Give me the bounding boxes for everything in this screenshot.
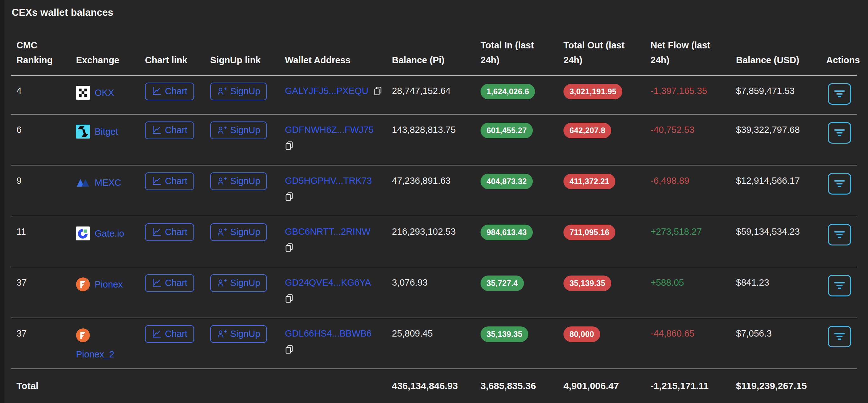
- chart-button[interactable]: Chart: [145, 82, 194, 100]
- copy-address-button[interactable]: [285, 243, 293, 253]
- wallet-address-link[interactable]: GD24QVE4...KG6YA: [285, 277, 371, 288]
- col-total-in: Total In (last 24h): [480, 28, 563, 75]
- filter-icon: [834, 281, 845, 290]
- line-chart-icon: [152, 86, 161, 96]
- copy-address-button[interactable]: [285, 294, 293, 303]
- chart-button[interactable]: Chart: [145, 274, 194, 292]
- table-row: 6 Bitget Chart SignUp GDFNWH6Z...FWJ75 1…: [11, 114, 857, 165]
- wallet-address-link[interactable]: GBC6NRTT...2RINW: [285, 227, 370, 237]
- cmc-rank: 6: [11, 114, 76, 165]
- cmc-rank: 4: [11, 76, 76, 114]
- balance-pi: 47,236,891.63: [392, 165, 480, 216]
- table-total-row: Total 436,134,846.93 3,685,835.36 4,901,…: [11, 369, 857, 403]
- net-flow: -1,397,165.35: [651, 76, 736, 114]
- total-out-badge: 411,372.21: [563, 174, 615, 189]
- balance-pi: 28,747,152.64: [392, 76, 480, 114]
- signup-button[interactable]: SignUp: [210, 325, 267, 343]
- copy-address-button[interactable]: [285, 141, 293, 150]
- col-wallet-address: Wallet Address: [285, 43, 392, 75]
- signup-button[interactable]: SignUp: [210, 82, 267, 100]
- copy-icon: [285, 243, 293, 253]
- col-balance-usd: Balance (USD): [736, 43, 826, 75]
- cmc-rank: 37: [11, 318, 76, 369]
- exchange-name: Bitget: [95, 127, 118, 137]
- balance-usd: $7,056.3: [736, 318, 826, 369]
- total-out: 4,901,006.47: [563, 369, 651, 403]
- total-in-badge: 35,139.35: [480, 327, 528, 342]
- table-row: 37 Pionex_2 Chart SignUp GDL66HS4...BBWB…: [11, 318, 857, 369]
- copy-address-button[interactable]: [285, 192, 293, 201]
- table-row: 9 MEXC Chart SignUp GD5HGPHV...TRK73 47,…: [11, 165, 857, 216]
- copy-icon: [285, 294, 293, 303]
- pionex-icon: [76, 328, 90, 342]
- filter-icon: [834, 128, 845, 137]
- exchange-link-okx[interactable]: OKX: [76, 86, 138, 100]
- balance-usd: $39,322,797.68: [736, 114, 826, 165]
- copy-icon: [374, 86, 382, 96]
- exchange-link-pionex-2[interactable]: Pionex_2: [76, 328, 138, 360]
- cmc-rank: 37: [11, 267, 76, 317]
- exchange-link-gateio[interactable]: Gate.io: [76, 227, 138, 240]
- row-actions-button[interactable]: [828, 173, 851, 195]
- chart-button[interactable]: Chart: [145, 325, 194, 343]
- line-chart-icon: [152, 125, 161, 135]
- total-label: Total: [11, 369, 76, 403]
- signup-button[interactable]: SignUp: [210, 172, 267, 190]
- person-plus-icon: [217, 86, 227, 96]
- table-row: 37 Pionex Chart SignUp GD24QVE4...KG6YA …: [11, 267, 857, 318]
- signup-button[interactable]: SignUp: [210, 223, 267, 241]
- net-flow: -40,752.53: [651, 114, 736, 165]
- exchange-link-mexc[interactable]: MEXC: [76, 175, 138, 190]
- copy-address-button[interactable]: [374, 86, 382, 96]
- chart-button[interactable]: Chart: [145, 223, 194, 241]
- exchange-name: MEXC: [95, 177, 121, 188]
- person-plus-icon: [217, 329, 227, 339]
- gateio-icon: [76, 227, 90, 240]
- filter-icon: [834, 90, 845, 98]
- total-in-badge: 35,727.4: [480, 275, 524, 291]
- signup-button[interactable]: SignUp: [210, 122, 267, 139]
- line-chart-icon: [152, 329, 161, 339]
- filter-icon: [834, 332, 845, 341]
- mexc-icon: [76, 175, 90, 190]
- total-out-badge: 711,095.16: [563, 225, 615, 240]
- balance-usd: $59,134,534.23: [736, 216, 826, 267]
- col-net-flow: Net Flow (last 24h): [651, 28, 736, 75]
- total-net-flow: -1,215,171.11: [651, 369, 736, 403]
- copy-address-button[interactable]: [285, 344, 293, 354]
- person-plus-icon: [217, 227, 227, 237]
- total-out-badge: 35,139.35: [563, 275, 611, 291]
- col-signup-link: SignUp link: [210, 43, 285, 75]
- net-flow: -6,498.89: [651, 165, 736, 216]
- net-flow: +273,518.27: [651, 216, 736, 267]
- chart-button[interactable]: Chart: [145, 172, 194, 190]
- wallet-address-link[interactable]: GD5HGPHV...TRK73: [285, 175, 372, 186]
- line-chart-icon: [152, 278, 161, 288]
- exchange-name: OKX: [95, 88, 114, 98]
- row-actions-button[interactable]: [828, 275, 851, 296]
- total-balance-usd: $119,239,267.15: [736, 369, 826, 403]
- exchange-link-bitget[interactable]: Bitget: [76, 125, 138, 139]
- line-chart-icon: [152, 176, 161, 186]
- row-actions-button[interactable]: [828, 224, 851, 245]
- total-out-badge: 642,207.8: [563, 123, 611, 138]
- row-actions-button[interactable]: [828, 83, 851, 105]
- bitget-icon: [76, 125, 90, 139]
- col-cmc-ranking: CMC Ranking: [11, 28, 76, 75]
- signup-button[interactable]: SignUp: [210, 274, 267, 292]
- row-actions-button[interactable]: [828, 122, 851, 144]
- wallet-address-link[interactable]: GALYJFJ5...PXEQU: [285, 86, 369, 96]
- chart-button[interactable]: Chart: [145, 122, 194, 139]
- exchange-link-pionex[interactable]: Pionex: [76, 277, 138, 291]
- col-chart-link: Chart link: [145, 43, 210, 75]
- copy-icon: [285, 141, 293, 150]
- wallet-address-link[interactable]: GDFNWH6Z...FWJ75: [285, 125, 374, 135]
- net-flow: -44,860.65: [651, 318, 736, 369]
- total-in: 3,685,835.36: [480, 369, 563, 403]
- person-plus-icon: [217, 125, 227, 135]
- col-total-out: Total Out (last 24h): [563, 28, 651, 75]
- exchange-name: Pionex_2: [76, 349, 114, 360]
- copy-icon: [285, 344, 293, 354]
- wallet-address-link[interactable]: GDL66HS4...BBWB6: [285, 328, 372, 338]
- row-actions-button[interactable]: [828, 326, 851, 347]
